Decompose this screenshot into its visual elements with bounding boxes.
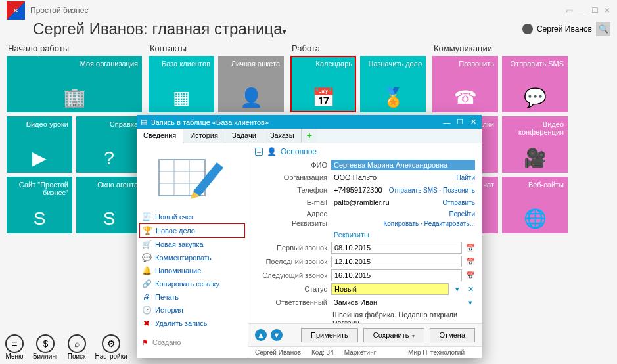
- delete-icon: ✖: [142, 319, 151, 328]
- tile-call[interactable]: Позвонить☎: [432, 56, 498, 112]
- building-icon: 🏢: [11, 87, 138, 108]
- edit-illustration: [153, 147, 232, 206]
- nav-up[interactable]: ▲: [255, 329, 267, 341]
- table-icon: ▦: [152, 87, 210, 108]
- page-title[interactable]: Сергей Иванов: главная страница▾: [33, 20, 286, 38]
- dialog-minimize-icon[interactable]: —: [442, 118, 451, 126]
- act-copy-link[interactable]: 🔗Копировать ссылку: [139, 277, 245, 290]
- chevron-down-icon: ▾: [412, 333, 415, 339]
- tile-web[interactable]: Веб-сайты🌐: [502, 177, 568, 233]
- input-call3[interactable]: [331, 269, 462, 281]
- value-fio[interactable]: Сергеева Марина Александровна: [331, 160, 475, 170]
- note-text[interactable]: Швейная фабрика. Недавно открыли магазин: [332, 309, 475, 323]
- value-req[interactable]: [331, 222, 379, 225]
- value-addr[interactable]: [331, 212, 445, 215]
- chevron-down-icon[interactable]: ▾: [466, 298, 475, 307]
- page-title-text: Сергей Иванов: главная страница: [33, 20, 282, 37]
- input-status[interactable]: [331, 283, 449, 295]
- label-org: Организация: [255, 173, 327, 181]
- act-delete[interactable]: ✖Удалить запись: [139, 317, 245, 330]
- video-icon: ▶: [11, 147, 68, 169]
- label-call1: Первый звонок: [255, 244, 327, 252]
- tile-site[interactable]: Сайт "Простой бизнес"S: [7, 177, 72, 233]
- invoice-icon: 🧾: [142, 212, 151, 221]
- created-label: Создано: [152, 338, 181, 347]
- settings-button[interactable]: ⚙Настройки: [95, 334, 127, 360]
- sb-code: Код: 34: [311, 349, 334, 356]
- tab-tasks[interactable]: Задачи: [225, 129, 263, 143]
- calendar-picker-icon[interactable]: 📅: [466, 271, 475, 280]
- person-icon: 👤: [222, 87, 280, 108]
- action-send[interactable]: Отправить: [442, 199, 475, 206]
- value-resp[interactable]: Замков Иван: [331, 297, 462, 307]
- label-status: Статус: [255, 285, 327, 293]
- action-find[interactable]: Найти: [456, 174, 475, 181]
- input-call2[interactable]: [331, 256, 462, 267]
- save-button[interactable]: Сохранить▾: [363, 328, 424, 342]
- dialog-icon: ▤: [141, 118, 147, 126]
- tile-video[interactable]: Видео-уроки▶: [7, 116, 72, 173]
- sub-header: Реквизиты: [334, 229, 475, 240]
- person-small-icon: 👤: [267, 147, 277, 156]
- user-name[interactable]: Сергей Иванов: [537, 24, 592, 34]
- tile-clients[interactable]: База клиентов▦: [149, 56, 214, 112]
- label-call2: Последний звонок: [255, 258, 327, 265]
- tab-orders[interactable]: Заказы: [263, 129, 302, 143]
- calendar-picker-icon[interactable]: 📅: [466, 244, 475, 252]
- clear-icon[interactable]: ✕: [466, 285, 475, 294]
- tile-vc[interactable]: Видео конференция🎥: [502, 116, 568, 173]
- tab-add[interactable]: +: [302, 129, 317, 143]
- act-print[interactable]: 🖨Печать: [139, 290, 245, 304]
- action-sms-call[interactable]: Отправить SMS · Позвонить: [389, 187, 475, 194]
- avatar[interactable]: [522, 24, 533, 34]
- collapse-icon[interactable]: –: [255, 148, 263, 156]
- phone-icon: ☎: [436, 87, 494, 108]
- gear-icon: ⚙: [102, 334, 120, 353]
- chevron-down-icon[interactable]: ▾: [453, 285, 462, 294]
- billing-button[interactable]: $Биллинг: [33, 334, 58, 360]
- question-icon: ?: [80, 148, 138, 169]
- search-button[interactable]: 🔍: [596, 22, 610, 36]
- sb-user: Сергей Иванов: [255, 349, 301, 356]
- value-org[interactable]: ООО Пальто: [331, 172, 452, 183]
- act-new-purchase[interactable]: 🛒Новая закупка: [139, 238, 245, 251]
- act-new-invoice[interactable]: 🧾Новый счет: [139, 210, 245, 223]
- tile-my-org[interactable]: Моя организация🏢: [7, 56, 142, 112]
- apply-button[interactable]: Применить: [301, 328, 358, 342]
- label-call3: Следующий звонок: [255, 271, 327, 279]
- history-icon: 🕑: [142, 306, 151, 315]
- value-email[interactable]: palto@rambler.ru: [331, 197, 438, 208]
- section-title-work: Работа: [292, 43, 426, 53]
- nav-down[interactable]: ▼: [271, 329, 283, 341]
- cancel-button[interactable]: Отмена: [430, 328, 475, 342]
- dialog-maximize-icon[interactable]: ☐: [455, 118, 465, 126]
- act-history[interactable]: 🕑История: [139, 304, 245, 317]
- tile-profile[interactable]: Личная анкета👤: [218, 56, 284, 112]
- act-comment[interactable]: 💬Комментировать: [139, 251, 245, 264]
- act-reminder[interactable]: 🔔Напоминание: [139, 264, 245, 277]
- tab-history[interactable]: История: [183, 129, 225, 143]
- label-phone: Телефон: [255, 186, 327, 194]
- search-footer-button[interactable]: ⌕Поиск: [68, 334, 86, 360]
- tile-calendar[interactable]: Календарь📅: [290, 56, 356, 112]
- input-call1[interactable]: [331, 242, 462, 254]
- tile-sms[interactable]: Отправить SMS💬: [502, 56, 568, 112]
- act-new-task[interactable]: 🏆Новое дело: [139, 223, 245, 238]
- tile-agent[interactable]: Окно агентаS: [76, 177, 142, 233]
- window-maximize-icon[interactable]: ☐: [591, 6, 599, 15]
- tab-info[interactable]: Сведения: [137, 129, 183, 143]
- section-title-comm: Коммуникации: [434, 43, 568, 53]
- menu-icon: ≡: [5, 334, 24, 353]
- tile-help[interactable]: Справка?: [76, 116, 142, 173]
- action-copy-edit[interactable]: Копировать · Редактировать...: [383, 220, 475, 227]
- dialog-close-icon[interactable]: ✕: [468, 118, 478, 126]
- action-goto[interactable]: Перейти: [449, 210, 475, 217]
- calendar-picker-icon[interactable]: 📅: [466, 258, 475, 266]
- window-minimize-icon[interactable]: —: [578, 6, 586, 15]
- value-phone[interactable]: +74959172300: [331, 185, 385, 195]
- trophy-icon: 🏆: [143, 226, 152, 235]
- window-close-icon[interactable]: ✕: [604, 6, 610, 15]
- menu-button[interactable]: ≡Меню: [5, 334, 24, 360]
- tile-task[interactable]: Назначить дело🏅: [360, 56, 426, 112]
- group-main: Основное: [281, 147, 317, 156]
